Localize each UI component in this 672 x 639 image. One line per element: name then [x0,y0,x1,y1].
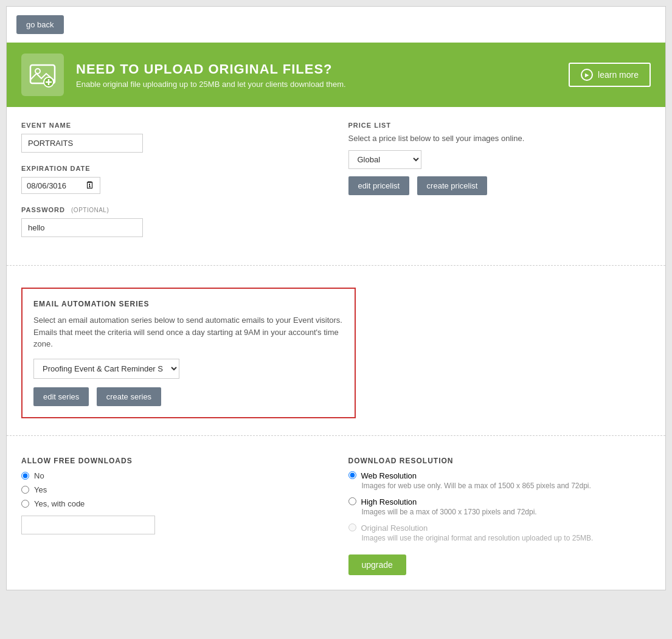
main-content: EVENT NAME EXPIRATION DATE 🗓 PASSWORD (O… [7,107,665,259]
expiration-date-group: EXPIRATION DATE 🗓 [21,165,324,194]
learn-more-button[interactable]: ► learn more [569,63,651,87]
price-list-group: PRICE LIST Select a price list below to … [348,122,651,195]
event-name-group: EVENT NAME [21,122,324,153]
svg-point-1 [35,69,40,74]
page-container: go back NEED TO UPLOAD ORIGINAL FILES? E… [6,6,666,590]
price-list-subtitle: Select a price list below to sell your i… [348,134,651,143]
free-downloads-section: ALLOW FREE DOWNLOADS No Yes Yes, with co… [21,457,324,575]
upload-icon [21,54,64,96]
free-downloads-title: ALLOW FREE DOWNLOADS [21,457,324,465]
resolution-high-text: High Resolution [361,497,417,506]
resolution-web-sublabel: Images for web use only. Will be a max o… [362,482,651,490]
resolution-web-label[interactable]: Web Resolution [348,471,651,480]
banner-subtitle: Enable original file uploading up to 25M… [76,80,569,89]
create-pricelist-button[interactable]: create pricelist [417,176,488,195]
radio-no-input[interactable] [21,472,29,480]
upgrade-button[interactable]: upgrade [348,554,406,575]
radio-yes-with-code[interactable]: Yes, with code [21,499,324,508]
right-column: PRICE LIST Select a price list below to … [348,122,651,249]
resolution-original-radio[interactable] [348,523,356,531]
email-automation-section: EMAIL AUTOMATION SERIES Select an email … [7,277,665,429]
banner-text: NEED TO UPLOAD ORIGINAL FILES? Enable or… [76,61,569,89]
calendar-icon[interactable]: 🗓 [85,180,95,191]
resolution-original-label[interactable]: Original Resolution [348,523,651,533]
expiration-date-input[interactable] [27,181,81,190]
password-label: PASSWORD (OPTIONAL) [21,206,324,213]
radio-yes-with-code-input[interactable] [21,500,29,508]
arrow-circle-icon: ► [581,69,593,81]
download-resolution-section: DOWNLOAD RESOLUTION Web Resolution Image… [348,457,651,575]
banner-title: NEED TO UPLOAD ORIGINAL FILES? [76,61,569,77]
resolution-web-radio[interactable] [348,471,356,479]
email-automation-select[interactable]: Proofing Event & Cart Reminder S [34,359,179,378]
date-input-wrapper: 🗓 [21,177,100,194]
top-bar: go back [7,7,665,43]
green-banner: NEED TO UPLOAD ORIGINAL FILES? Enable or… [7,43,665,107]
resolution-web: Web Resolution Images for web use only. … [348,471,651,490]
radio-yes-with-code-label: Yes, with code [34,499,85,508]
optional-label: (OPTIONAL) [71,207,109,213]
email-automation-title: EMAIL AUTOMATION SERIES [33,300,344,308]
create-series-button[interactable]: create series [97,387,161,406]
password-group: PASSWORD (OPTIONAL) [21,206,324,237]
main-two-col: EVENT NAME EXPIRATION DATE 🗓 PASSWORD (O… [21,122,651,249]
bottom-two-col: ALLOW FREE DOWNLOADS No Yes Yes, with co… [7,447,665,590]
code-input[interactable] [21,516,155,534]
resolution-high-sublabel: Images will be a max of 3000 x 1730 pixe… [362,508,651,516]
radio-no-label: No [34,471,44,480]
radio-no[interactable]: No [21,471,324,480]
price-list-actions: edit pricelist create pricelist [348,176,651,195]
password-input[interactable] [21,218,143,237]
learn-more-label: learn more [598,70,639,80]
go-back-button[interactable]: go back [16,15,64,34]
resolution-high-radio[interactable] [348,497,356,505]
resolution-original-sublabel: Images will use the original format and … [362,534,651,542]
resolution-original: Original Resolution Images will use the … [348,523,651,542]
email-automation-box: EMAIL AUTOMATION SERIES Select an email … [21,288,356,418]
radio-yes[interactable]: Yes [21,485,324,494]
download-resolution-title: DOWNLOAD RESOLUTION [348,457,651,465]
email-automation-description: Select an email automation series below … [33,314,344,350]
expiration-date-label: EXPIRATION DATE [21,165,324,172]
resolution-web-text: Web Resolution [361,471,417,480]
resolution-high-label[interactable]: High Resolution [348,497,651,506]
price-list-label: PRICE LIST [348,122,651,129]
email-automation-actions: edit series create series [33,387,344,406]
radio-yes-label: Yes [34,485,47,494]
resolution-high: High Resolution Images will be a max of … [348,497,651,516]
radio-yes-input[interactable] [21,486,29,494]
edit-series-button[interactable]: edit series [33,387,89,406]
edit-pricelist-button[interactable]: edit pricelist [348,176,410,195]
price-list-select[interactable]: Global [348,150,421,169]
event-name-input[interactable] [21,134,143,153]
left-column: EVENT NAME EXPIRATION DATE 🗓 PASSWORD (O… [21,122,324,249]
event-name-label: EVENT NAME [21,122,324,129]
email-automation-select-wrapper: Proofing Event & Cart Reminder S [33,359,179,379]
resolution-original-text: Original Resolution [361,523,428,533]
